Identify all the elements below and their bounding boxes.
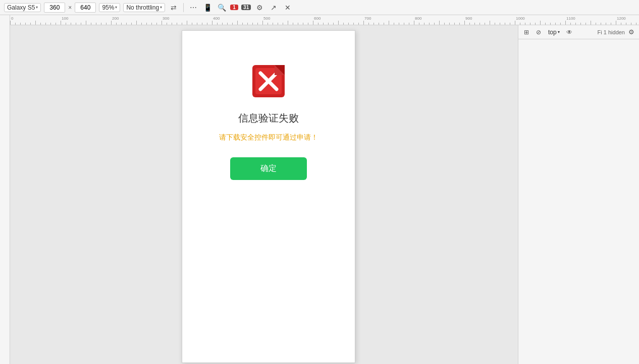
more-options-icon[interactable]: ⋯ xyxy=(188,2,199,13)
panel-settings-icon[interactable]: ⚙ xyxy=(627,28,636,37)
device-frame: 信息验证失败 请下载安全控件即可通过申请！ 确定 xyxy=(182,30,355,363)
ruler-h-track: 0100200300400500600700800900100011001200 xyxy=(10,15,639,25)
device-chevron-icon: ▾ xyxy=(36,5,38,10)
settings-icon[interactable]: ⚙ xyxy=(254,2,265,13)
toolbar-separator-1 xyxy=(183,3,184,12)
notification-badge[interactable]: 1 xyxy=(230,5,238,10)
confirm-button[interactable]: 确定 xyxy=(230,157,307,180)
throttle-chevron-icon: ▾ xyxy=(160,5,162,10)
zoom-label: 95% xyxy=(102,4,114,11)
visibility-icon[interactable]: 👁 xyxy=(564,27,574,37)
horizontal-ruler: 0100200300400500600700800900100011001200 xyxy=(0,15,639,25)
zoom-chevron-icon: ▾ xyxy=(115,5,117,10)
panel-noselect-icon[interactable]: ⊘ xyxy=(534,27,544,37)
comment-badge[interactable]: 31 xyxy=(241,5,251,10)
right-panel: ⊞ ⊘ top ▾ 👁 Fi 1 hidden ⚙ xyxy=(518,25,639,364)
hidden-count: Fi 1 hidden xyxy=(598,29,625,35)
devtools-toolbar: Galaxy S5 ▾ × 95% ▾ No throttling ▾ ⇄ ⋯ … xyxy=(0,0,639,15)
inspect-icon[interactable]: 🔍 xyxy=(216,2,227,13)
error-icon xyxy=(248,61,289,101)
throttle-label: No throttling xyxy=(126,4,159,11)
share-icon[interactable]: ↗ xyxy=(268,2,279,13)
canvas-area: 信息验证失败 请下载安全控件即可通过申请！ 确定 › xyxy=(10,25,518,364)
main-area: 信息验证失败 请下载安全控件即可通过申请！ 确定 › ⊞ ⊘ top ▾ 👁 xyxy=(0,25,639,364)
zoom-selector[interactable]: 95% ▾ xyxy=(99,3,120,12)
scope-chevron-icon: ▾ xyxy=(558,30,560,34)
panel-inspect-icon[interactable]: ⊞ xyxy=(521,27,531,37)
scope-selector[interactable]: top ▾ xyxy=(546,28,562,36)
dimension-separator: × xyxy=(68,4,72,11)
throttle-selector[interactable]: No throttling ▾ xyxy=(123,3,165,12)
device-selector[interactable]: Galaxy S5 ▾ xyxy=(4,3,41,12)
error-title: 信息验证失败 xyxy=(238,111,299,125)
rotate-icon[interactable]: ⇄ xyxy=(168,2,179,13)
toggle-device-icon[interactable]: 📱 xyxy=(202,2,213,13)
scope-label: top xyxy=(548,29,557,36)
device-label: Galaxy S5 xyxy=(7,4,35,11)
error-svg-icon xyxy=(248,61,289,101)
page-content: 信息验证失败 请下载安全控件即可通过申请！ 确定 xyxy=(182,31,355,362)
ruler-corner xyxy=(0,15,10,25)
close-devtools-icon[interactable]: ✕ xyxy=(282,2,293,13)
width-input[interactable] xyxy=(44,3,65,13)
error-subtitle: 请下载安全控件即可通过申请！ xyxy=(209,133,328,142)
right-panel-toolbar: ⊞ ⊘ top ▾ 👁 Fi 1 hidden ⚙ xyxy=(518,25,639,39)
height-input[interactable] xyxy=(75,3,96,13)
vertical-ruler xyxy=(0,25,10,364)
